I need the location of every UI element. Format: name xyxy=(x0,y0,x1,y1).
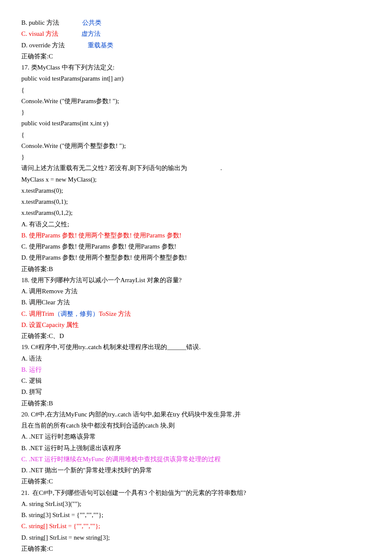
text-segment: B. string[3] StrList = {"","",""}; xyxy=(21,512,104,518)
text-line: 18. 使用下列哪种方法可以减小一个ArrayList 对象的容量? xyxy=(21,275,371,286)
text-segment: } xyxy=(21,153,24,160)
text-line: A. 有语义二义性; xyxy=(21,219,371,230)
text-segment: 19. C#程序中,可使用try..catch 机制来处理程序出现的______… xyxy=(21,344,201,350)
text-line: A. .NET 运行时忽略该异常 xyxy=(21,431,371,442)
text-line: D. 设置Capacity 属性 xyxy=(21,319,371,330)
text-segment: 17. 类MyClass 中有下列方法定义: xyxy=(21,64,115,71)
text-segment: 20. C#中,在方法MyFunc 内部的try..catch 语句中,如果在t… xyxy=(21,411,241,418)
text-line: D. 拼写 xyxy=(21,386,371,397)
text-segment: 21. 在C#中,下列哪些语句可以创建一个具有3 个初始值为""的元素的字符串数… xyxy=(21,489,246,496)
text-segment: A. string StrList[3](""); xyxy=(21,500,81,507)
document-body: B. public 方法公共类C. visual 方法虚方法D. overrid… xyxy=(21,17,371,554)
text-line: 正确答案:B xyxy=(21,263,371,275)
text-segment: C. 使用Params 参数! 使用Params 参数! 使用Params 参数… xyxy=(21,243,176,250)
text-line: { xyxy=(21,129,371,140)
text-segment: B. public 方法 xyxy=(21,19,59,26)
text-line: C. visual 方法虚方法 xyxy=(21,28,371,39)
text-line: D. string[] StrList = new string[3]; xyxy=(21,532,371,543)
text-segment: C. 调用Trim xyxy=(21,310,54,317)
text-line: B. public 方法公共类 xyxy=(21,17,371,28)
text-line: 21. 在C#中,下列哪些语句可以创建一个具有3 个初始值为""的元素的字符串数… xyxy=(21,487,371,498)
text-segment: B. 使用Params 参数! 使用两个整型参数! 使用Params 参数! xyxy=(21,232,182,239)
text-segment: D. 拼写 xyxy=(21,388,42,395)
text-segment: 18. 使用下列哪种方法可以减小一个ArrayList 对象的容量? xyxy=(21,277,182,283)
text-segment: x.testParams(0,1); xyxy=(21,198,68,205)
text-segment: A. 语法 xyxy=(21,355,42,362)
text-segment: C. string[] StrList = {"","",""}; xyxy=(21,523,100,529)
text-segment: C. 逻辑 xyxy=(21,377,42,384)
text-line: } xyxy=(21,151,371,162)
text-segment: Console.Write ("使用Params参数! "); xyxy=(21,98,119,104)
text-line: 正确答案:C、D xyxy=(21,330,371,341)
text-line: 20. C#中,在方法MyFunc 内部的try..catch 语句中,如果在t… xyxy=(21,409,371,420)
text-line: A. 调用Remove 方法 xyxy=(21,286,371,297)
text-segment: MyClass x = new MyClass(); xyxy=(21,176,97,183)
text-line: 19. C#程序中,可使用try..catch 机制来处理程序出现的______… xyxy=(21,341,371,353)
text-segment: 且在当前的所有catch 块中都没有找到合适的catch 块,则 xyxy=(21,422,175,429)
text-line: x.testParams(0,1,2); xyxy=(21,207,371,218)
text-segment: x.testParams(0,1,2); xyxy=(21,209,72,216)
text-segment: { xyxy=(21,87,24,93)
text-segment: D. override 方法 xyxy=(21,42,65,49)
text-segment: } xyxy=(21,109,24,116)
text-line: Console.Write ("使用两个整型参数! "); xyxy=(21,140,371,151)
text-line: 正确答案:C xyxy=(21,51,371,62)
text-segment: A. 调用Remove 方法 xyxy=(21,288,78,295)
text-line: MyClass x = new MyClass(); xyxy=(21,174,371,185)
text-segment: B. 运行 xyxy=(21,366,42,373)
text-line: B. 调用Clear 方法 xyxy=(21,297,371,308)
text-segment: 正确答案:C xyxy=(21,53,53,60)
text-line: public void testParams(int x,int y) xyxy=(21,118,371,129)
text-line: A. string StrList[3](""); xyxy=(21,498,371,509)
text-line: B. 运行 xyxy=(21,364,371,375)
text-line: { xyxy=(21,84,371,95)
text-line: C. .NET 运行时继续在MyFunc 的调用堆栈中查找提供该异常处理的过程 xyxy=(21,454,371,465)
text-line: D. .NET 抛出一个新的"异常处理未找到"的异常 xyxy=(21,465,371,476)
text-segment: 重载基类 xyxy=(88,42,113,49)
text-line: 正确答案:B xyxy=(21,398,371,409)
text-segment: { xyxy=(21,131,24,138)
text-line: 且在当前的所有catch 块中都没有找到合适的catch 块,则 xyxy=(21,420,371,431)
text-segment: D. .NET 抛出一个新的"异常处理未找到"的异常 xyxy=(21,467,152,474)
text-segment: Console.Write ("使用两个整型参数! "); xyxy=(21,142,126,149)
text-segment: ToSize 方法 xyxy=(99,310,131,317)
text-line: } xyxy=(21,107,371,118)
text-line: 正确答案:C xyxy=(21,543,371,554)
text-segment: A. .NET 运行时忽略该异常 xyxy=(21,433,96,440)
text-line: 请问上述方法重载有无二义性? 若没有,则下列语句的输出为. xyxy=(21,162,371,173)
text-line: C. 调用Trim（调整，修剪）ToSize 方法 xyxy=(21,308,371,319)
text-segment: （调整，修剪） xyxy=(54,310,99,317)
text-segment: 正确答案:C、D xyxy=(21,332,64,339)
text-segment: D. string[] StrList = new string[3]; xyxy=(21,534,110,541)
text-line: x.testParams(0,1); xyxy=(21,196,371,207)
text-segment: C. visual 方法 xyxy=(21,30,58,37)
text-segment: A. 有语义二义性; xyxy=(21,221,69,228)
text-line: D. 使用Params 参数! 使用两个整型参数! 使用两个整型参数! xyxy=(21,252,371,263)
text-segment: public void testParams(params int[] arr) xyxy=(21,75,124,82)
text-segment: 请问上述方法重载有无二义性? 若没有,则下列语句的输出为 xyxy=(21,165,187,171)
text-segment: public void testParams(int x,int y) xyxy=(21,120,109,127)
text-line: Console.Write ("使用Params参数! "); xyxy=(21,95,371,107)
text-line: x.testParams(0); xyxy=(21,185,371,196)
text-line: B. 使用Params 参数! 使用两个整型参数! 使用Params 参数! xyxy=(21,230,371,241)
text-line: B. string[3] StrList = {"","",""}; xyxy=(21,509,371,520)
text-line: A. 语法 xyxy=(21,353,371,364)
text-segment: 正确答案:B xyxy=(21,400,53,407)
text-segment: D. 设置Capacity 属性 xyxy=(21,321,79,328)
text-line: B. .NET 运行时马上强制退出该程序 xyxy=(21,442,371,454)
text-segment: D. 使用Params 参数! 使用两个整型参数! 使用两个整型参数! xyxy=(21,254,187,261)
text-segment: x.testParams(0); xyxy=(21,187,63,194)
text-line: 17. 类MyClass 中有下列方法定义: xyxy=(21,62,371,73)
text-segment: 公共类 xyxy=(82,19,101,26)
text-line: D. override 方法重载基类 xyxy=(21,40,371,51)
text-line: C. string[] StrList = {"","",""}; xyxy=(21,520,371,532)
text-segment: B. .NET 运行时马上强制退出该程序 xyxy=(21,445,121,451)
text-segment: 正确答案:C xyxy=(21,478,53,485)
text-line: C. 逻辑 xyxy=(21,375,371,386)
text-segment: 正确答案:C xyxy=(21,545,53,552)
text-segment: . xyxy=(220,165,222,171)
text-segment: C. .NET 运行时继续在MyFunc 的调用堆栈中查找提供该异常处理的过程 xyxy=(21,456,221,462)
text-line: public void testParams(params int[] arr) xyxy=(21,73,371,84)
text-segment: 正确答案:B xyxy=(21,266,53,272)
text-segment: B. 调用Clear 方法 xyxy=(21,299,70,306)
